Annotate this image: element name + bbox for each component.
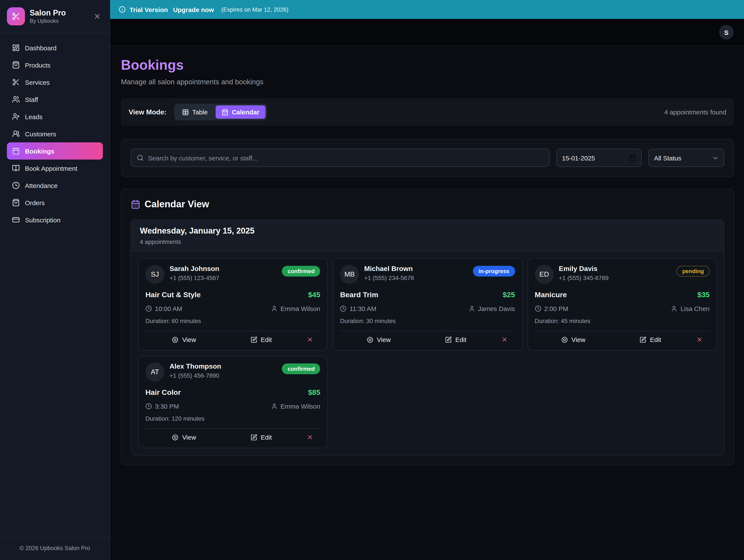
card-actions: View Edit: [340, 331, 515, 346]
view-label: View: [377, 336, 391, 343]
scissors-icon: [12, 12, 20, 21]
day-header: Wednesday, January 15, 2025 4 appointmen…: [131, 220, 724, 251]
appointment-time: 10:00 AM: [155, 305, 182, 312]
user-avatar[interactable]: S: [719, 25, 734, 40]
appointment-card: AT Alex Thompson +1 (555) 456-7890 confi…: [138, 356, 328, 448]
sidebar-footer: © 2026 Upbooks Salon Pro: [0, 537, 110, 560]
sidebar-item-label: Staff: [25, 96, 38, 103]
sidebar-item-bookings[interactable]: Bookings: [7, 143, 103, 160]
sidebar-item-products[interactable]: Products: [7, 56, 103, 74]
view-button[interactable]: View: [145, 336, 222, 343]
status-badge: pending: [677, 266, 710, 277]
service-name: Hair Cut & Style: [145, 291, 201, 299]
users-icon: [12, 95, 20, 103]
edit-icon: [640, 336, 646, 343]
customer-phone: +1 (555) 456-7890: [170, 372, 282, 379]
customer-name: Michael Brown: [364, 265, 473, 273]
customer-phone: +1 (555) 345-6789: [559, 274, 677, 281]
edit-icon: [251, 336, 257, 343]
sidebar-item-customers[interactable]: Customers: [7, 125, 103, 143]
edit-icon: [251, 434, 257, 441]
appointment-duration: Duration: 45 minutes: [535, 317, 710, 324]
date-picker[interactable]: 15-01-2025: [556, 149, 642, 167]
sidebar-item-services[interactable]: Services: [7, 74, 103, 91]
results-count: 4 appointments found: [664, 108, 727, 116]
view-button[interactable]: View: [340, 336, 417, 343]
calendar-icon: [12, 147, 20, 155]
app-title: Salon Pro: [30, 8, 87, 17]
card-actions: View Edit: [145, 331, 320, 346]
cancel-button[interactable]: [494, 336, 515, 343]
edit-button[interactable]: Edit: [222, 336, 299, 343]
staff-name: James Davis: [478, 305, 515, 312]
staff-name: Lisa Chen: [680, 305, 710, 312]
table-icon: [182, 109, 189, 116]
sidebar-item-staff[interactable]: Staff: [7, 91, 103, 108]
customer-avatar: MB: [340, 265, 359, 284]
status-badge: in-progress: [473, 266, 515, 277]
appointment-time: 3:30 PM: [155, 403, 179, 410]
customer-name: Emily Davis: [559, 265, 677, 273]
appointment-card: ED Emily Davis +1 (555) 345-6789 pending…: [527, 258, 717, 351]
calendar-section: Calendar View Wednesday, January 15, 202…: [121, 189, 734, 465]
sidebar-item-book-appointment[interactable]: Book Appointment: [7, 160, 103, 177]
clock-icon: [12, 182, 20, 189]
view-mode-toggle: Table Calendar: [174, 104, 267, 120]
service-price: $45: [308, 291, 320, 299]
search-box: [131, 149, 550, 167]
view-icon: [172, 434, 179, 441]
app-logo: [7, 7, 25, 25]
edit-label: Edit: [261, 434, 272, 441]
customer-avatar: AT: [145, 363, 164, 382]
calendar-section-title: Calendar View: [145, 199, 209, 210]
sidebar-item-leads[interactable]: Leads: [7, 108, 103, 125]
user-icon: [671, 305, 677, 312]
search-icon: [137, 154, 144, 161]
book-open-icon: [12, 164, 20, 172]
status-filter-select[interactable]: All Status: [648, 149, 724, 167]
edit-button[interactable]: Edit: [417, 336, 494, 343]
calendar-view-label: Calendar: [232, 108, 259, 116]
dashboard-icon: [12, 44, 20, 52]
customer-phone: +1 (555) 234-5678: [364, 274, 473, 281]
view-button[interactable]: View: [535, 336, 612, 343]
table-view-button[interactable]: Table: [176, 105, 214, 119]
view-button[interactable]: View: [145, 434, 222, 441]
view-mode-bar: View Mode: Table Calendar 4 appointments…: [121, 98, 734, 126]
upgrade-now-link[interactable]: Upgrade now: [173, 6, 214, 13]
service-price: $85: [308, 388, 320, 397]
filter-bar: 15-01-2025 All Status: [121, 139, 734, 177]
sidebar-item-subscription[interactable]: Subscription: [7, 211, 103, 228]
clock-icon: [145, 403, 152, 409]
sidebar-item-orders[interactable]: Orders: [7, 194, 103, 211]
view-label: View: [182, 336, 196, 343]
staff-name: Emma Wilson: [281, 305, 320, 312]
edit-button[interactable]: Edit: [222, 434, 299, 441]
x-icon: [501, 336, 508, 343]
view-icon: [561, 336, 568, 343]
day-panel: Wednesday, January 15, 2025 4 appointmen…: [131, 219, 724, 455]
edit-button[interactable]: Edit: [612, 336, 689, 343]
app-subtitle: By Upbooks: [30, 18, 87, 24]
service-price: $35: [697, 291, 710, 299]
customer-phone: +1 (555) 123-4567: [170, 274, 282, 281]
sidebar-item-dashboard[interactable]: Dashboard: [7, 39, 103, 56]
status-badge: confirmed: [282, 363, 320, 374]
date-value: 15-01-2025: [562, 154, 595, 161]
status-badge: confirmed: [282, 266, 320, 277]
calendar-view-button[interactable]: Calendar: [215, 105, 265, 119]
search-input[interactable]: [148, 154, 544, 161]
cancel-button[interactable]: [689, 336, 710, 343]
sidebar-item-attendance[interactable]: Attendance: [7, 177, 103, 194]
user-plus-icon: [12, 113, 20, 120]
status-filter-value: All Status: [654, 154, 681, 161]
user-icon: [271, 305, 277, 312]
sidebar-item-label: Bookings: [25, 147, 54, 155]
cancel-button[interactable]: [300, 434, 320, 440]
edit-label: Edit: [261, 336, 272, 343]
sidebar-close-icon[interactable]: [92, 11, 103, 22]
calendar-section-header: Calendar View: [131, 199, 724, 210]
view-mode-label: View Mode:: [129, 108, 166, 116]
user-icon: [469, 305, 475, 312]
cancel-button[interactable]: [300, 336, 320, 343]
